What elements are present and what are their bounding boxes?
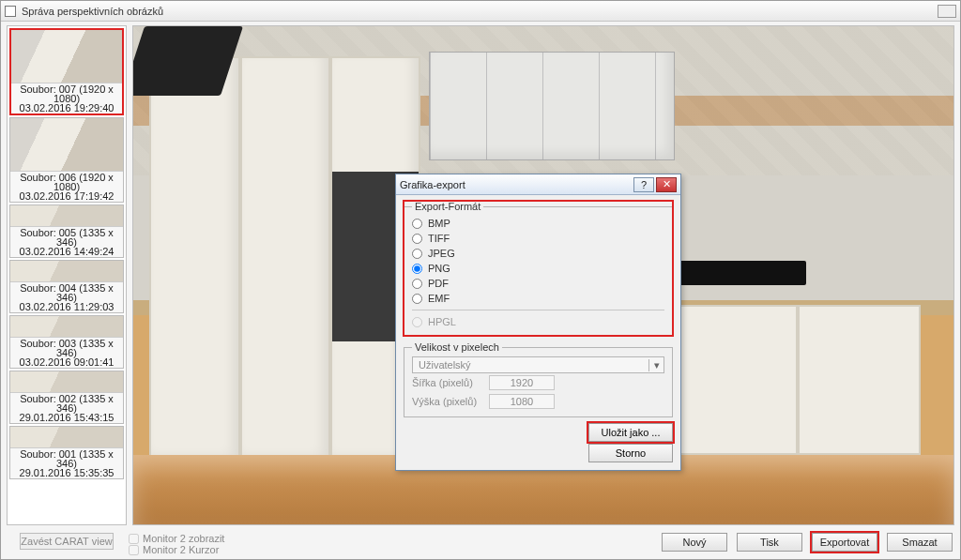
thumbnail-caption: Soubor: 002 (1335 x 346)29.01.2016 15:43… [10,392,123,423]
thumbnail-image [10,261,123,281]
window-title: Správa perspektivních obrázků [22,6,163,17]
thumbnail-image [10,427,123,447]
minimize-button[interactable] [938,5,956,18]
exportovat-button[interactable]: Exportovat [812,533,877,552]
size-preset-combo[interactable]: Uživatelský ▾ [412,356,664,373]
content-area: Soubor: 007 (1920 x 1080)03.02.2016 19:2… [1,22,960,559]
thumbnail-item[interactable]: Soubor: 002 (1335 x 346)29.01.2016 15:43… [9,371,124,424]
format-tiff-radio[interactable]: TIFF [412,231,664,246]
tisk-button[interactable]: Tisk [737,533,802,552]
storno-button[interactable]: Storno [588,444,673,462]
thumbnail-item[interactable]: Soubor: 006 (1920 x 1080)03.02.2016 17:1… [9,117,124,203]
thumbnail-caption: Soubor: 007 (1920 x 1080)03.02.2016 19:2… [11,83,122,114]
monitor2-zobrazit-checkbox[interactable]: Monitor 2 zobrazit [129,533,224,544]
pixel-size-fieldset: Velikost v pixelech Uživatelský ▾ Šířka … [404,341,673,417]
format-pdf-radio[interactable]: PDF [412,276,664,291]
thumbnail-item[interactable]: Soubor: 003 (1335 x 346)03.02.2016 09:01… [9,315,124,369]
format-jpeg-radio[interactable]: JPEG [412,246,664,261]
export-dialog-title: Grafika-export [400,179,465,190]
monitor-options: Monitor 2 zobrazit Monitor 2 Kurzor [129,533,224,555]
thumbnail-caption: Soubor: 001 (1335 x 346)29.01.2016 15:35… [10,447,123,478]
main-titlebar: Správa perspektivních obrázků [1,1,960,22]
thumbnail-image [11,30,122,83]
export-dialog: Grafika-export ? ✕ Export-Formát BMP TIF… [395,174,681,471]
format-emf-radio[interactable]: EMF [412,291,664,306]
width-field[interactable]: 1920 [489,375,555,390]
thumbnail-caption: Soubor: 004 (1335 x 346)03.02.2016 11:29… [10,281,123,312]
width-row: Šířka (pixelů) 1920 [412,373,664,392]
zavest-carat-view-button[interactable]: Zavést CARAT view [20,533,114,550]
thumbnail-item[interactable]: Soubor: 004 (1335 x 346)03.02.2016 11:29… [9,260,124,313]
help-button[interactable]: ? [633,177,654,192]
thumbnail-item[interactable]: Soubor: 001 (1335 x 346)29.01.2016 15:35… [9,426,124,479]
export-format-fieldset: Export-Formát BMP TIFF JPEG PNG PDF EMF … [404,201,673,336]
chevron-down-icon: ▾ [648,359,664,371]
format-hpgl-radio: HPGL [412,314,664,329]
thumbnail-image [10,316,123,337]
main-window: Správa perspektivních obrázků Soubor: 00… [0,0,961,560]
smazat-button[interactable]: Smazat [887,533,953,552]
close-button[interactable]: ✕ [656,177,677,192]
format-png-radio[interactable]: PNG [412,261,664,276]
thumbnail-sidebar: Soubor: 007 (1920 x 1080)03.02.2016 19:2… [7,25,127,525]
thumbnail-caption: Soubor: 003 (1335 x 346)03.02.2016 09:01… [10,337,123,368]
app-icon [5,6,16,17]
novy-button[interactable]: Nový [662,533,727,552]
thumbnail-caption: Soubor: 006 (1920 x 1080)03.02.2016 17:1… [10,171,123,202]
thumbnail-image [10,118,123,171]
thumbnail-item[interactable]: Soubor: 007 (1920 x 1080)03.02.2016 19:2… [9,28,124,115]
height-field[interactable]: 1080 [489,394,555,409]
thumbnail-item[interactable]: Soubor: 005 (1335 x 346)03.02.2016 14:49… [9,204,124,258]
format-bmp-radio[interactable]: BMP [412,216,664,231]
export-dialog-titlebar[interactable]: Grafika-export ? ✕ [396,174,680,195]
thumbnail-caption: Soubor: 005 (1335 x 346)03.02.2016 14:49… [10,226,123,257]
footer-buttons: Nový Tisk Exportovat Smazat [662,533,953,552]
thumbnail-image [10,371,123,392]
thumbnail-image [10,205,123,226]
save-as-button[interactable]: Uložit jako ... [588,423,673,442]
monitor2-kurzor-checkbox[interactable]: Monitor 2 Kurzor [129,544,224,555]
height-row: Výška (pixelů) 1080 [412,392,664,411]
